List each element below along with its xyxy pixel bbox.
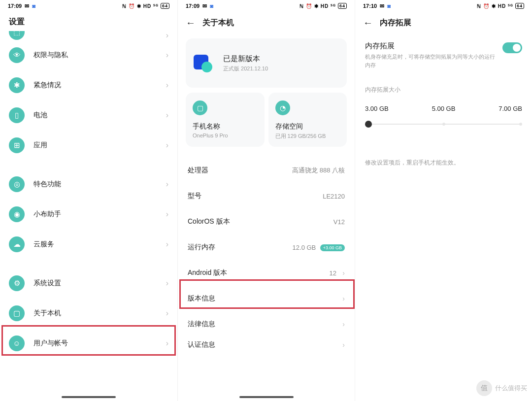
settings-row-emergency[interactable]: ✱ 紧急情况 › bbox=[0, 70, 177, 100]
status-bar: 17:09 ✉ ◙ ℕ ⏰ ✱ HD ⁵ᴳ 64 bbox=[178, 0, 355, 12]
chevron-right-icon: › bbox=[166, 309, 168, 318]
battery-level: 64 bbox=[161, 3, 169, 9]
user-icon: ☺ bbox=[9, 335, 25, 351]
settings-row-assistant[interactable]: ◉ 小布助手 › bbox=[0, 199, 177, 229]
os-logo-icon bbox=[194, 52, 216, 74]
version-sub: 正式版 2021.12.10 bbox=[223, 65, 268, 72]
app-icon: ◙ bbox=[387, 3, 391, 9]
toggle-title: 内存拓展 bbox=[365, 41, 498, 51]
spec-key: 运行内存 bbox=[188, 243, 215, 252]
chevron-right-icon: › bbox=[166, 51, 168, 60]
wechat-icon: ✉ bbox=[380, 3, 384, 9]
spec-row-model[interactable]: 型号 LE2120 bbox=[178, 183, 355, 209]
chevron-right-icon: › bbox=[166, 279, 168, 288]
slider-tick bbox=[442, 123, 445, 126]
settings-row-about[interactable]: ▢ 关于本机 › bbox=[0, 298, 177, 328]
cloud-icon: ☁ bbox=[9, 236, 25, 252]
card-sub: 已用 129 GB/256 GB bbox=[275, 133, 340, 140]
page-title: 内存拓展 bbox=[380, 18, 411, 28]
version-card[interactable]: 已是新版本 正式版 2021.12.10 bbox=[186, 38, 347, 88]
settings-row-system[interactable]: ⚙ 系统设置 › bbox=[0, 268, 177, 298]
spec-row-version-info[interactable]: 版本信息 › bbox=[178, 286, 355, 311]
chevron-right-icon: › bbox=[342, 341, 345, 349]
spec-key: 版本信息 bbox=[188, 294, 215, 303]
phone-icon: ▢ bbox=[193, 100, 207, 115]
status-bar: 17:09 ✉ ◙ ℕ ⏰ ✱ HD ⁵ᴳ 64 bbox=[0, 0, 177, 12]
spec-val: V12 bbox=[333, 218, 345, 226]
watermark-text: 什么值得买 bbox=[495, 384, 527, 393]
chevron-right-icon: › bbox=[166, 81, 168, 90]
chevron-right-icon: › bbox=[166, 31, 168, 40]
settings-row-battery[interactable]: ▯ 电池 › bbox=[0, 100, 177, 130]
spec-key: 处理器 bbox=[188, 166, 208, 175]
page-title: 设置 bbox=[0, 12, 177, 31]
home-indicator[interactable] bbox=[62, 396, 116, 398]
size-slider[interactable] bbox=[365, 119, 522, 129]
spec-row-cert[interactable]: 认证信息 › bbox=[178, 337, 355, 353]
spec-key: 法律信息 bbox=[188, 320, 215, 329]
feature-icon: ◎ bbox=[9, 176, 25, 192]
size-section-label: 内存拓展大小 bbox=[365, 86, 522, 94]
settings-row-privacy[interactable]: 👁 权限与隐私 › bbox=[0, 40, 177, 70]
wechat-icon: ✉ bbox=[25, 3, 29, 9]
spec-row-ram[interactable]: 运行内存 12.0 GB +3.00 GB bbox=[178, 234, 355, 260]
emergency-icon: ✱ bbox=[9, 77, 25, 93]
spec-row-android[interactable]: Android 版本 12 › bbox=[178, 260, 355, 286]
slider-thumb[interactable] bbox=[365, 121, 372, 128]
settings-row-cloud[interactable]: ☁ 云服务 › bbox=[0, 229, 177, 259]
slider-tick bbox=[519, 123, 522, 126]
storage-icon: ◔ bbox=[275, 100, 290, 115]
size-opt-0: 3.00 GB bbox=[365, 105, 389, 112]
spec-row-processor[interactable]: 处理器 高通骁龙 888 八核 bbox=[178, 158, 355, 183]
spec-row-coloros[interactable]: ColorOS 版本 V12 bbox=[178, 209, 355, 234]
phone-icon: ▢ bbox=[9, 305, 25, 321]
back-arrow-icon[interactable]: ← bbox=[186, 17, 196, 29]
spec-list: 处理器 高通骁龙 888 八核 型号 LE2120 ColorOS 版本 V12… bbox=[178, 158, 355, 353]
settings-row-apps[interactable]: ⊞ 应用 › bbox=[0, 130, 177, 160]
status-icons: ℕ ⏰ ✱ HD ⁵ᴳ bbox=[299, 3, 336, 9]
settings-row-features[interactable]: ◎ 特色功能 › bbox=[0, 169, 177, 199]
ram-expand-pill: +3.00 GB bbox=[320, 244, 345, 251]
row-label: 云服务 bbox=[33, 240, 157, 249]
size-opt-1: 5.00 GB bbox=[432, 105, 456, 112]
row-label: 关于本机 bbox=[33, 309, 157, 318]
row-label: 权限与隐私 bbox=[33, 51, 157, 60]
status-bar: 17:10 ✉ ◙ ℕ ⏰ ✱ HD ⁵ᴳ 64 bbox=[355, 0, 532, 12]
chevron-right-icon: › bbox=[166, 180, 168, 189]
battery-level: 64 bbox=[338, 3, 347, 9]
chevron-right-icon: › bbox=[166, 210, 168, 219]
back-arrow-icon[interactable]: ← bbox=[363, 17, 373, 29]
spec-val: 高通骁龙 888 八核 bbox=[292, 166, 345, 175]
row-label: 系统设置 bbox=[33, 279, 157, 288]
settings-list: ⬚ › 👁 权限与隐私 › ✱ 紧急情况 › ▯ 电池 › ⊞ 应用 bbox=[0, 31, 177, 358]
watermark-badge-icon: 值 bbox=[476, 380, 492, 396]
row-label: 应用 bbox=[33, 141, 157, 150]
card-title: 存储空间 bbox=[275, 122, 340, 131]
chevron-right-icon: › bbox=[342, 269, 345, 277]
header: ← 内存拓展 bbox=[355, 12, 532, 33]
header: ← 关于本机 bbox=[178, 12, 355, 33]
apps-icon: ⊞ bbox=[9, 137, 25, 153]
watermark: 值 什么值得买 bbox=[476, 380, 527, 396]
phone-name-card[interactable]: ▢ 手机名称 OnePlus 9 Pro bbox=[186, 93, 265, 147]
spec-key: ColorOS 版本 bbox=[188, 217, 230, 226]
home-indicator[interactable] bbox=[239, 396, 294, 398]
row-label: 用户与帐号 bbox=[33, 339, 157, 348]
status-time: 17:09 bbox=[8, 3, 22, 9]
memory-expand-toggle-row: 内存拓展 机身存储充足时，可将存储空间拓展为同等大小的运行内存 bbox=[365, 41, 522, 69]
wechat-icon: ✉ bbox=[202, 3, 207, 9]
settings-row-cut[interactable]: ⬚ › bbox=[0, 31, 177, 40]
settings-row-account[interactable]: ☺ 用户与帐号 › bbox=[0, 328, 177, 358]
memory-expand-toggle[interactable] bbox=[502, 42, 522, 53]
size-opt-2: 7.00 GB bbox=[499, 105, 522, 112]
spec-row-legal[interactable]: 法律信息 › bbox=[178, 311, 355, 337]
battery-icon: ▯ bbox=[9, 107, 25, 123]
spec-key: 型号 bbox=[188, 192, 201, 200]
gear-icon: ⚙ bbox=[9, 275, 25, 291]
storage-card[interactable]: ◔ 存储空间 已用 129 GB/256 GB bbox=[268, 93, 347, 147]
row-label: 紧急情况 bbox=[33, 81, 157, 90]
app-icon: ◙ bbox=[210, 3, 213, 9]
battery-level: 64 bbox=[515, 3, 524, 9]
status-time: 17:10 bbox=[363, 3, 377, 9]
row-label: 电池 bbox=[33, 111, 157, 120]
